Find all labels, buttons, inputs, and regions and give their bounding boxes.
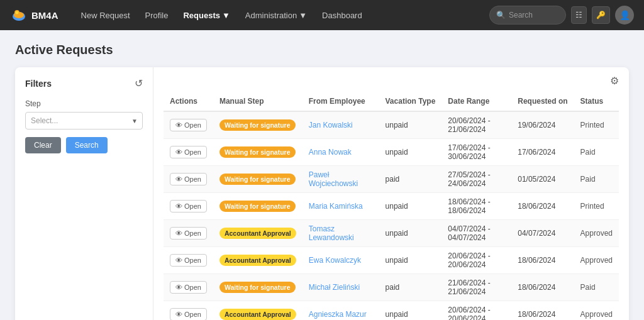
requests-table: Actions Manual Step From Employee Vacati… bbox=[164, 92, 619, 320]
requested-on-cell: 19/06/2024 bbox=[511, 111, 574, 139]
manual-step-cell: Waiting for signature bbox=[213, 274, 303, 301]
brand[interactable]: BM4A bbox=[10, 6, 58, 24]
status-badge: Waiting for signature bbox=[219, 282, 296, 293]
brand-name: BM4A bbox=[31, 10, 58, 21]
manual-step-cell: Accountant Approval bbox=[213, 247, 303, 274]
nav-profile[interactable]: Profile bbox=[138, 0, 176, 30]
date-range-cell: 04/07/2024 - 04/07/2024 bbox=[441, 220, 511, 247]
table-body: 👁 Open Waiting for signature Jan Kowalsk… bbox=[164, 111, 619, 320]
vacation-type-cell: unpaid bbox=[379, 139, 442, 166]
col-requested-on: Requested on bbox=[511, 92, 574, 111]
chevron-down-icon: ▼ bbox=[299, 11, 307, 20]
step-select[interactable]: Select... bbox=[25, 112, 143, 130]
open-button[interactable]: 👁 Open bbox=[170, 227, 207, 240]
employee-link[interactable]: Ewa Kowalczyk bbox=[309, 256, 361, 265]
table-row: 👁 Open Accountant Approval Agnieszka Maz… bbox=[164, 301, 619, 321]
vacation-type-cell: unpaid bbox=[379, 111, 442, 139]
key-icon-btn[interactable]: 🔑 bbox=[592, 6, 610, 24]
requested-on-cell: 18/06/2024 bbox=[511, 193, 574, 220]
chevron-down-icon: ▼ bbox=[222, 11, 230, 20]
employee-cell: Jan Kowalski bbox=[303, 111, 379, 139]
employee-cell: Paweł Wojciechowski bbox=[303, 166, 379, 193]
action-cell: 👁 Open bbox=[164, 166, 213, 193]
employee-link[interactable]: Paweł Wojciechowski bbox=[309, 170, 358, 188]
action-cell: 👁 Open bbox=[164, 193, 213, 220]
open-button[interactable]: 👁 Open bbox=[170, 200, 207, 212]
search-box[interactable]: 🔍 bbox=[489, 6, 566, 25]
employee-cell: Michał Zieliński bbox=[303, 274, 379, 301]
sidebar-collapse-btn[interactable]: ↺ bbox=[135, 77, 143, 89]
employee-cell: Agnieszka Mazur bbox=[303, 301, 379, 321]
employee-link[interactable]: Tomasz Lewandowski bbox=[309, 224, 354, 242]
status-cell: Approved bbox=[574, 220, 619, 247]
table-row: 👁 Open Waiting for signature Michał Ziel… bbox=[164, 274, 619, 301]
step-label: Step bbox=[25, 99, 143, 108]
requested-on-cell: 01/05/2024 bbox=[511, 166, 574, 193]
action-cell: 👁 Open bbox=[164, 274, 213, 301]
employee-cell: Ewa Kowalczyk bbox=[303, 247, 379, 274]
search-input[interactable] bbox=[509, 11, 559, 19]
date-range-cell: 20/06/2024 - 20/06/2024 bbox=[441, 301, 511, 321]
nav-new-request[interactable]: New Request bbox=[74, 0, 138, 30]
navbar: BM4A New Request Profile Requests ▼ Admi… bbox=[0, 0, 644, 30]
eye-icon: 👁 bbox=[175, 284, 182, 291]
vacation-type-cell: unpaid bbox=[379, 193, 442, 220]
manual-step-cell: Waiting for signature bbox=[213, 166, 303, 193]
vacation-type-cell: paid bbox=[379, 274, 442, 301]
vacation-type-cell: unpaid bbox=[379, 220, 442, 247]
nav-requests[interactable]: Requests ▼ bbox=[175, 0, 237, 30]
col-actions: Actions bbox=[164, 92, 213, 111]
date-range-cell: 17/06/2024 - 30/06/2024 bbox=[441, 139, 511, 166]
main-content: Active Requests Filters ↺ Step Select...… bbox=[0, 30, 644, 320]
eye-icon: 👁 bbox=[175, 257, 182, 264]
table-row: 👁 Open Waiting for signature Paweł Wojci… bbox=[164, 166, 619, 193]
table-area: ⚙ Actions Manual Step From Employee Vaca… bbox=[153, 67, 629, 320]
sidebar-title: Filters bbox=[25, 79, 52, 89]
employee-link[interactable]: Jan Kowalski bbox=[309, 121, 353, 130]
grid-icon-btn[interactable]: ☷ bbox=[571, 6, 587, 24]
date-range-cell: 18/06/2024 - 18/06/2024 bbox=[441, 193, 511, 220]
employee-link[interactable]: Michał Zieliński bbox=[309, 283, 360, 292]
eye-icon: 👁 bbox=[175, 311, 182, 318]
manual-step-cell: Accountant Approval bbox=[213, 301, 303, 321]
open-button[interactable]: 👁 Open bbox=[170, 119, 207, 131]
action-cell: 👁 Open bbox=[164, 301, 213, 321]
manual-step-cell: Accountant Approval bbox=[213, 220, 303, 247]
table-header: Actions Manual Step From Employee Vacati… bbox=[164, 92, 619, 111]
requested-on-cell: 04/07/2024 bbox=[511, 220, 574, 247]
col-manual-step: Manual Step bbox=[213, 92, 303, 111]
employee-cell: Tomasz Lewandowski bbox=[303, 220, 379, 247]
open-button[interactable]: 👁 Open bbox=[170, 308, 207, 320]
clear-button[interactable]: Clear bbox=[25, 137, 61, 153]
sidebar-header: Filters ↺ bbox=[25, 77, 143, 89]
col-from-employee: From Employee bbox=[303, 92, 379, 111]
eye-icon: 👁 bbox=[175, 175, 182, 183]
status-badge: Waiting for signature bbox=[219, 119, 296, 131]
avatar[interactable]: 👤 bbox=[615, 6, 634, 25]
vacation-type-cell: unpaid bbox=[379, 301, 442, 321]
employee-link[interactable]: Anna Nowak bbox=[309, 148, 352, 157]
vacation-type-cell: unpaid bbox=[379, 247, 442, 274]
manual-step-cell: Waiting for signature bbox=[213, 193, 303, 220]
eye-icon: 👁 bbox=[175, 121, 182, 129]
table-row: 👁 Open Waiting for signature Jan Kowalsk… bbox=[164, 111, 619, 139]
action-cell: 👁 Open bbox=[164, 220, 213, 247]
employee-link[interactable]: Agnieszka Mazur bbox=[309, 310, 367, 319]
nav-administration[interactable]: Administration ▼ bbox=[238, 0, 314, 30]
requested-on-cell: 18/06/2024 bbox=[511, 274, 574, 301]
eye-icon: 👁 bbox=[175, 229, 182, 237]
search-button[interactable]: Search bbox=[66, 137, 108, 153]
status-cell: Printed bbox=[574, 193, 619, 220]
open-button[interactable]: 👁 Open bbox=[170, 281, 207, 294]
eye-icon: 👁 bbox=[175, 202, 182, 210]
table-row: 👁 Open Waiting for signature Maria Kamiń… bbox=[164, 193, 619, 220]
date-range-cell: 27/05/2024 - 24/06/2024 bbox=[441, 166, 511, 193]
action-cell: 👁 Open bbox=[164, 111, 213, 139]
open-button[interactable]: 👁 Open bbox=[170, 173, 207, 185]
settings-icon[interactable]: ⚙ bbox=[610, 75, 619, 87]
status-cell: Approved bbox=[574, 247, 619, 274]
open-button[interactable]: 👁 Open bbox=[170, 146, 207, 158]
open-button[interactable]: 👁 Open bbox=[170, 254, 207, 267]
employee-link[interactable]: Maria Kamińska bbox=[309, 202, 363, 211]
nav-dashboard[interactable]: Dashboard bbox=[314, 0, 370, 30]
